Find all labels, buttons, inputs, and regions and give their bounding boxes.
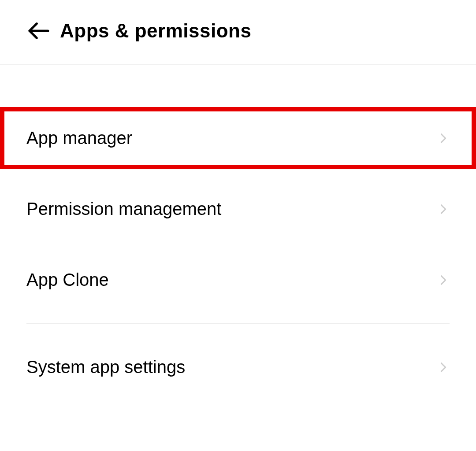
header: Apps & permissions: [0, 0, 476, 65]
menu-item-app-clone[interactable]: App Clone: [0, 249, 476, 311]
chevron-right-icon: [437, 203, 450, 215]
page-title: Apps & permissions: [60, 20, 251, 42]
menu-item-app-manager[interactable]: App manager: [0, 107, 476, 169]
menu-item-system-app-settings[interactable]: System app settings: [0, 336, 476, 398]
chevron-right-icon: [437, 361, 450, 373]
chevron-right-icon: [437, 274, 450, 286]
arrow-left-icon: [26, 18, 51, 43]
chevron-right-icon: [437, 132, 450, 144]
menu-item-label: System app settings: [26, 357, 185, 377]
content: App manager Permission management App Cl…: [0, 65, 476, 398]
menu-item-label: Permission management: [26, 199, 221, 219]
menu-item-permission-management[interactable]: Permission management: [0, 178, 476, 240]
menu-item-label: App Clone: [26, 270, 109, 290]
divider: [26, 323, 450, 324]
back-button[interactable]: [26, 18, 51, 43]
menu-item-label: App manager: [26, 128, 132, 148]
